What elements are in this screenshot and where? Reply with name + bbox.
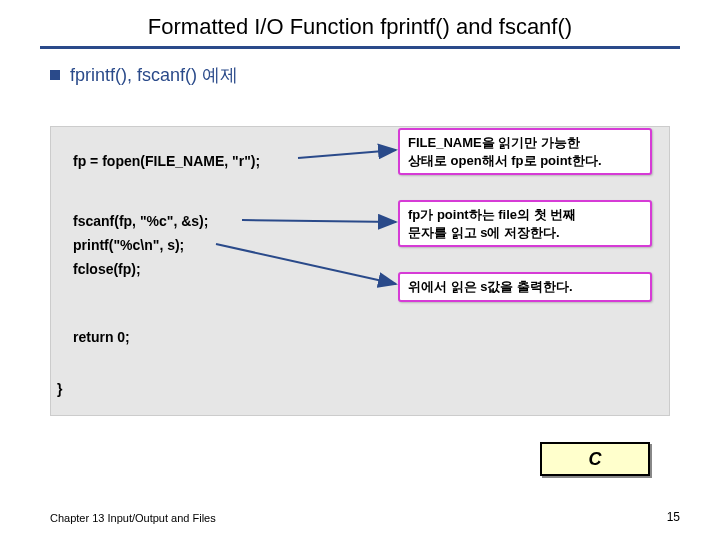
footer-chapter: Chapter 13 Input/Output and Files xyxy=(50,512,216,524)
callout-filename: FILE_NAME을 읽기만 가능한 상태로 open해서 fp로 point한… xyxy=(398,128,652,175)
output-box: C xyxy=(540,442,650,476)
slide-title: Formatted I/O Function fprintf() and fsc… xyxy=(0,0,720,46)
callout-fscanf-line2: 문자를 읽고 s에 저장한다. xyxy=(408,225,560,240)
subtitle-text: fprintf(), fscanf() 예제 xyxy=(70,63,238,87)
callout-fscanf-line1: fp가 point하는 file의 첫 번째 xyxy=(408,207,576,222)
callout-filename-line2: 상태로 open해서 fp로 point한다. xyxy=(408,153,602,168)
code-line-fclose: fclose(fp); xyxy=(73,261,141,277)
callout-filename-line1: FILE_NAME을 읽기만 가능한 xyxy=(408,135,580,150)
code-line-printf: printf("%c\n", s); xyxy=(73,237,184,253)
callout-fscanf: fp가 point하는 file의 첫 번째 문자를 읽고 s에 저장한다. xyxy=(398,200,652,247)
bullet-square-icon xyxy=(50,70,60,80)
code-line-fopen: fp = fopen(FILE_NAME, "r"); xyxy=(73,153,260,169)
slide: Formatted I/O Function fprintf() and fsc… xyxy=(0,0,720,540)
code-line-brace: } xyxy=(57,381,62,397)
callout-printf: 위에서 읽은 s값을 출력한다. xyxy=(398,272,652,302)
title-underline xyxy=(40,46,680,49)
code-line-return: return 0; xyxy=(73,329,130,345)
subtitle-row: fprintf(), fscanf() 예제 xyxy=(50,63,720,87)
callout-printf-text: 위에서 읽은 s값을 출력한다. xyxy=(408,279,573,294)
footer-page-number: 15 xyxy=(667,510,680,524)
code-line-fscanf: fscanf(fp, "%c", &s); xyxy=(73,213,208,229)
